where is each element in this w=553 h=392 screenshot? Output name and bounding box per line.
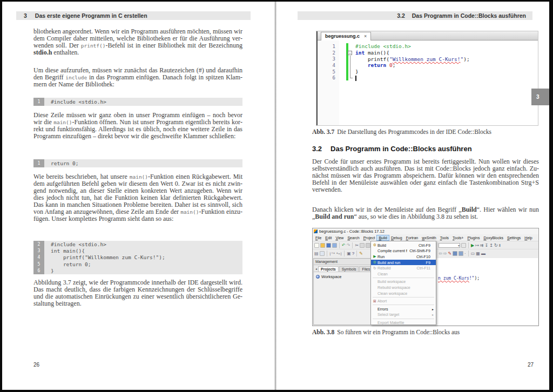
code-text (355, 75, 356, 82)
pause-icon: ‖ (499, 243, 501, 248)
listing-code: return 0; (44, 261, 91, 267)
menubar-item-settings: Settings (505, 235, 522, 240)
highlight-icon: ✎ (448, 251, 451, 256)
page-number-left: 26 (33, 362, 39, 368)
chapter-number: 3 (24, 12, 27, 19)
fold-marker (335, 75, 355, 81)
menubar-item-wxsmith: wxSmith (420, 235, 437, 240)
menubar-item-tools+: Tools+ (451, 235, 465, 240)
editor-code-line: 3 printf("Willkommen zum C-Kurs!"); (318, 56, 538, 62)
caption-label: Abb. 3.8 (312, 329, 334, 335)
text-segment: n zum C-Kurs (438, 276, 469, 281)
section-heading-number: 3.2 (312, 145, 322, 153)
run-icon: ▶ (471, 243, 474, 248)
close-icon: × (364, 33, 367, 39)
menubar-item-build: Build (377, 235, 389, 240)
listing-line: 2#include <stdio.h> (33, 241, 242, 247)
listing-line-number: 6 (33, 268, 44, 274)
section-number: 3.2 (397, 12, 405, 19)
listing-line-number: 1 (33, 159, 44, 167)
running-header-left: 3Das erste eigene Programm in C erstelle… (16, 11, 251, 20)
replace-icon: *<| (336, 252, 342, 255)
line-number: 2 (318, 50, 335, 56)
fold-marker (335, 62, 355, 69)
code-text: int main(){ (355, 50, 389, 56)
menu-item-label: Run (377, 254, 414, 259)
toolbar-group-run: ▾▶↦⇉↧↥↻‖ (437, 241, 501, 249)
new-file-icon (314, 243, 319, 248)
panel-title: Management (315, 260, 338, 263)
text-segment: Wie bereits beschrieben, hat unsere (33, 173, 130, 180)
menu-item-icon: ▶ (372, 254, 377, 259)
open-file-icon (320, 243, 325, 248)
listing-line-number: 5 (33, 261, 44, 267)
text-segment: Der Code für unser erstes Programm ist b… (312, 158, 539, 193)
menu-item: ⊠Abort (371, 298, 436, 304)
toolbar-group-nav: ⇦⇨✎·▭▦▬ (437, 249, 485, 258)
code-editor: 1#include <stdio.h>2–int main(){3 printf… (318, 40, 538, 125)
menu-item: Build workspace (371, 279, 436, 285)
redo-icon: ↷ (347, 243, 350, 248)
menu-item-label: Export Makefile (377, 320, 428, 325)
listing-line: 1return 0; (33, 159, 242, 167)
menu-item: ⚙BuildCtrl-F9 (371, 242, 436, 248)
menu-bar: FileEditViewSearchProjectBuildDebugFortr… (313, 234, 538, 241)
menu-item: ⚙Build and runF9 (371, 260, 436, 266)
text-segment: Danach klicken wir in der Menüleiste auf… (312, 206, 462, 213)
section-heading: 3.2Das Programm in Code::Blocks ausführe… (312, 145, 472, 153)
menubar-item-tools: Tools (439, 235, 450, 240)
text-segment: main() (180, 209, 199, 215)
tree-item-workspace: Workspace (314, 272, 379, 281)
paragraph: Der Code für unser erstes Programm ist b… (312, 158, 539, 193)
chapter-thumb-tab: 3 (531, 89, 549, 105)
target-icon (461, 243, 466, 248)
listing-code: #include <stdio.h> (44, 98, 106, 106)
paragraph: Danach klicken wir in der Menüleiste auf… (312, 206, 539, 220)
menubar-item-fortran: Fortran (404, 235, 420, 240)
paragraph: bliotheken angeordnet. Wenn wir ein Prog… (33, 28, 242, 56)
editor-code-line: 6 (318, 75, 538, 81)
copy-icon (360, 243, 365, 248)
window-title: begruessung.c - Code::Blocks 17.12 (319, 229, 385, 234)
line-number: 3 (318, 56, 335, 62)
text-caret (355, 76, 356, 81)
menu-item: Select target▸ (371, 312, 436, 318)
back-icon: ⇦ (439, 251, 442, 256)
text-segment: include (65, 75, 87, 80)
panel-tabs: ◂ProjectsSymbolsFiles▸ (314, 265, 379, 272)
text-segment: ); (474, 276, 480, 281)
menu-item-label: Rebuild workspace (377, 285, 428, 290)
chapter-title: Das erste eigene Programm in C erstellen (35, 12, 147, 19)
menu-item: Errors▸ (371, 306, 436, 312)
panel-header: Management × (314, 259, 379, 265)
listing-code: printf("Willkommen zum C-Kurs!"); (44, 254, 165, 261)
block-icon: ▬ (481, 251, 485, 256)
listing-line: 1#include <stdio.h> (33, 98, 242, 106)
menu-separator (373, 297, 434, 298)
menu-item-label: Select target (377, 312, 428, 317)
menubar-item-file: File (314, 235, 323, 240)
submenu-arrow-icon: ▸ (430, 313, 434, 316)
tree-item-label: Workspace (321, 274, 341, 279)
fold-marker (335, 69, 355, 75)
listing-line: 6} (33, 268, 242, 274)
text-segment: stdio.h (33, 49, 52, 56)
toolbar-separator (352, 242, 353, 248)
listing-code: int main(){ (44, 247, 85, 254)
undo-icon: ↶ (342, 243, 346, 248)
menu-item: Compile current fileCtrl-Shift-F9 (371, 248, 436, 254)
menu-separator (373, 305, 434, 305)
listing-line-number: 3 (33, 247, 44, 254)
paste-icon (366, 243, 370, 248)
editor-code-line: 5} (318, 69, 538, 75)
book-spread: 3Das erste eigene Programm in C erstelle… (0, 0, 553, 392)
listing-line: 3int main(){ (33, 247, 242, 254)
menu-item-label: Build workspace (377, 279, 428, 284)
fold-marker: – (335, 50, 355, 56)
find-icon: |"* (329, 252, 335, 255)
menu-item: Clean (371, 271, 436, 277)
figure-caption: Abb. 3.7Die Darstellung des Programmcode… (312, 129, 539, 135)
menu-separator (373, 278, 434, 278)
toolbar-separator (356, 251, 357, 256)
menu-item-icon: ⊠ (372, 299, 377, 303)
